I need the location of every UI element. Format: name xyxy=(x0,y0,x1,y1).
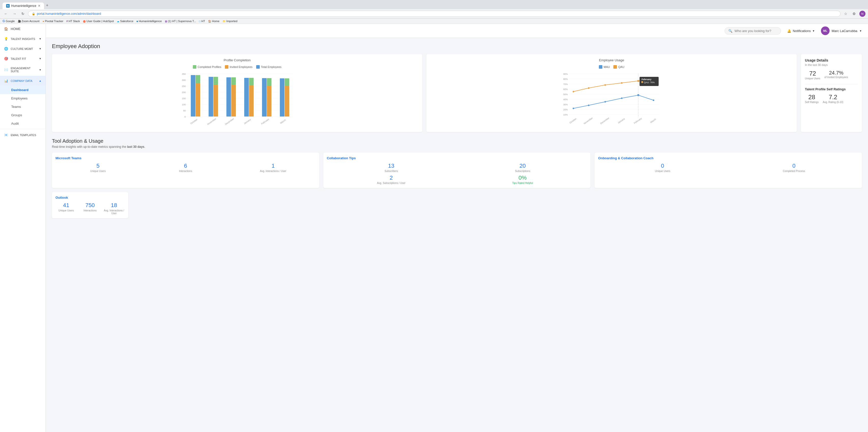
profile-button[interactable]: hi xyxy=(859,11,865,17)
sidebar-sub-employees[interactable]: Employees xyxy=(0,94,45,102)
bookmark-supernova[interactable]: ▦ (1) HT | Supernova T... xyxy=(165,20,196,23)
legend-mau: MAU xyxy=(599,65,610,69)
svg-text:October: October xyxy=(190,118,198,125)
svg-text:March: March xyxy=(650,118,656,124)
svg-rect-16 xyxy=(191,75,195,117)
svg-rect-20 xyxy=(213,85,218,117)
collab-subscribers: 13 Subscribers xyxy=(327,162,456,173)
onboarding-completed-value: 0 xyxy=(730,162,858,169)
svg-text:0: 0 xyxy=(184,116,186,118)
teams-unique-value: 5 xyxy=(56,162,141,169)
bookmark-button[interactable]: ☆ xyxy=(843,11,849,16)
sidebar-item-home[interactable]: 🏠 HOME xyxy=(0,24,45,34)
sidebar-item-talent-fit[interactable]: 🎯 TALENT FIT ▼ xyxy=(0,54,45,64)
bookmark-hubspot[interactable]: ⬤ User Guide | HubSpot xyxy=(83,20,114,23)
app-container: 🏠 HOME 💡 TALENT INSIGHTS ▼ 🌐 CULTURE MGM… xyxy=(0,24,868,432)
legend-total: Total Employees xyxy=(256,65,282,69)
collab-tips-label: Tips Rated Helpful xyxy=(458,182,587,184)
sidebar-item-talent-insights[interactable]: 💡 TALENT INSIGHTS ▼ xyxy=(0,34,45,44)
sidebar-sub-groups[interactable]: Groups xyxy=(0,111,45,119)
extension-button[interactable]: ⚙ xyxy=(851,11,857,16)
teams-avg-interactions: 1 Avg. Interactions / User xyxy=(230,162,315,173)
onboarding-completed-label: Completed Process xyxy=(730,170,858,173)
sidebar-talent-insights-label: TALENT INSIGHTS xyxy=(11,37,35,40)
sidebar-item-engagement[interactable]: ✉️ ENGAGEMENT SUITE ▼ xyxy=(0,64,45,76)
tab-close-button[interactable]: ✕ xyxy=(38,4,40,8)
svg-rect-22 xyxy=(226,78,231,117)
sidebar-email-label: EMAIL TEMPLATES xyxy=(11,133,36,136)
usage-chart-legend: MAU QAU xyxy=(430,65,793,69)
user-chevron: ▼ xyxy=(859,30,862,32)
sidebar-sub-dashboard[interactable]: Dashboard xyxy=(0,86,45,94)
active-tab[interactable]: hi Humanintelligence ✕ xyxy=(3,3,44,9)
svg-rect-27 xyxy=(249,78,254,86)
sidebar-sub-audit[interactable]: Audit xyxy=(0,119,45,128)
microsoft-teams-card: Microsoft Teams 5 Unique Users 6 Interac… xyxy=(52,153,319,188)
bookmark-google[interactable]: G Google xyxy=(3,19,15,23)
bookmark-hubspot-label: User Guide | HubSpot xyxy=(87,20,114,23)
outlook-interactions-label: Interactions xyxy=(80,209,101,212)
sidebar-item-company-data[interactable]: 📊 COMPANY DATA ▲ xyxy=(0,76,45,86)
top-bar: 🔍 🔔 Notifications ▼ ML Marc LaCarrubba ▼ xyxy=(46,24,868,38)
onboarding-tool-name: Onboarding & Collaboration Coach xyxy=(598,156,858,160)
qau-dot xyxy=(613,65,617,69)
avg-rating-value: 7.2 xyxy=(823,94,843,101)
bookmark-home-label: Home xyxy=(212,20,219,23)
svg-text:December: December xyxy=(599,117,610,125)
onboarding-unique-label: Unique Users xyxy=(598,170,727,173)
search-input[interactable] xyxy=(735,29,777,33)
svg-rect-21 xyxy=(213,77,218,85)
svg-text:150: 150 xyxy=(182,97,186,100)
notifications-button[interactable]: 🔔 Notifications ▼ xyxy=(787,29,815,33)
reload-button[interactable]: ↻ xyxy=(20,11,26,16)
bookmark-hi-label: Humanintelligence xyxy=(138,20,162,23)
bookmark-salesforce[interactable]: ☁ Salesforce xyxy=(117,20,133,23)
invited-pct-stat: 24.7% of Invited Employees xyxy=(825,70,848,80)
new-tab-button[interactable]: + xyxy=(44,2,50,9)
back-button[interactable]: ← xyxy=(3,11,9,16)
bookmark-zoom[interactable]: 🎥 Zoom Account xyxy=(18,20,39,23)
bookmark-home[interactable]: 🏠 Home xyxy=(208,20,219,23)
sidebar-culture-label: CULTURE MGMT xyxy=(11,47,33,50)
legend-total-label: Total Employees xyxy=(261,65,282,68)
collab-subscriptions-label: Subscriptions xyxy=(458,170,587,173)
salesforce-icon: ☁ xyxy=(117,20,119,23)
forward-button[interactable]: → xyxy=(11,11,18,16)
home-icon: 🏠 xyxy=(4,27,8,31)
bookmarks-bar: G Google 🎥 Zoom Account ● Pivotal Tracke… xyxy=(0,19,868,24)
sidebar-item-email-templates[interactable]: 📧 EMAIL TEMPLATES xyxy=(0,130,45,140)
line-chart-container: 90% 80% 70% 60% 50% 40% 30% 20% 10% xyxy=(430,71,793,128)
employee-usage-card: Employee Usage MAU QAU xyxy=(426,54,797,132)
self-ratings-stat: 28 Self Ratings xyxy=(805,94,819,103)
legend-invited-label: Invited Employees xyxy=(230,65,253,68)
collab-tips-helpful: 0% Tips Rated Helpful xyxy=(458,175,587,184)
address-bar[interactable]: 🔒 portal.humanintelligence.com/admin/das… xyxy=(28,11,840,17)
svg-rect-19 xyxy=(209,77,213,117)
user-menu-button[interactable]: ML Marc LaCarrubba ▼ xyxy=(821,27,862,35)
profile-chart-legend: Completed Profiles Invited Employees Tot… xyxy=(56,65,418,69)
ud-divider xyxy=(805,84,858,84)
sidebar-item-culture-mgmt[interactable]: 🌐 CULTURE MGMT ▼ xyxy=(0,44,45,54)
bookmark-imported[interactable]: 📁 Imported xyxy=(223,20,237,23)
teams-interactions: 6 Interactions xyxy=(143,162,228,173)
teams-stats: 5 Unique Users 6 Interactions 1 Avg. Int… xyxy=(56,162,316,173)
bookmark-hi[interactable]: ■ Humanintelligence xyxy=(136,20,162,23)
svg-rect-17 xyxy=(196,83,200,117)
bookmark-slack[interactable]: # HT Slack xyxy=(66,20,80,23)
unique-users-label: Unique Users xyxy=(805,77,820,80)
bookmark-ht[interactable]: □ HT xyxy=(199,20,205,23)
sidebar-sub-teams[interactable]: Teams xyxy=(0,102,45,111)
search-bar[interactable]: 🔍 xyxy=(724,27,781,35)
legend-mau-label: MAU xyxy=(604,65,610,68)
onboarding-unique: 0 Unique Users xyxy=(598,162,727,173)
user-initials: ML xyxy=(823,29,827,32)
invited-dot xyxy=(225,65,228,69)
svg-text:QAU: 76%: QAU: 76% xyxy=(644,81,655,84)
svg-point-59 xyxy=(588,87,589,89)
sidebar-company-data-label: COMPANY DATA xyxy=(11,80,32,83)
tool-adoption-section: Tool Adoption & Usage Real-time insights… xyxy=(52,138,862,218)
collab-avg-subs-value: 2 xyxy=(327,175,456,181)
pivotal-icon: ● xyxy=(42,20,44,23)
bookmark-pivotal[interactable]: ● Pivotal Tracker xyxy=(42,20,63,23)
charts-row: Profile Completion Completed Profiles In… xyxy=(52,54,862,132)
